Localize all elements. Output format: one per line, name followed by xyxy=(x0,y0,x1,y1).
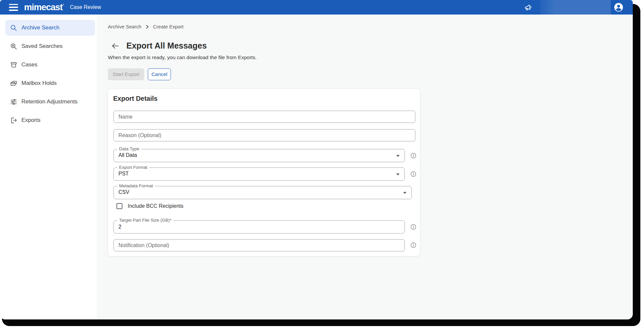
notification-input[interactable] xyxy=(113,239,405,251)
include-bcc-checkbox[interactable] xyxy=(116,203,122,209)
sidebar-item-cases[interactable]: Cases xyxy=(5,57,95,73)
main-content: Archive Search Create Export Export All … xyxy=(97,15,633,319)
data-type-select[interactable]: Data Type All Data xyxy=(113,149,405,162)
data-type-label: Data Type xyxy=(117,146,141,151)
topbar-right-group xyxy=(524,0,633,15)
reason-input[interactable] xyxy=(113,129,415,141)
sidebar-item-archive-search[interactable]: Archive Search xyxy=(5,20,95,36)
app-title: Case Review xyxy=(70,4,101,10)
metadata-format-label: Metadata Format xyxy=(117,183,155,188)
breadcrumb-create-export: Create Export xyxy=(153,24,184,29)
sidebar-item-label: Cases xyxy=(21,61,37,68)
top-bar: mimecast' Case Review xyxy=(0,0,633,15)
back-arrow-icon[interactable] xyxy=(111,42,119,50)
chevron-right-icon xyxy=(145,25,149,29)
sliders-icon xyxy=(10,98,17,106)
export-format-info-icon[interactable] xyxy=(410,171,416,177)
section-title: Export Details xyxy=(113,95,157,102)
export-details-card: Export Details Data Type All Data Export… xyxy=(108,89,420,256)
dropdown-caret-icon xyxy=(396,173,400,175)
page-subtitle: When the export is ready, you can downlo… xyxy=(108,55,257,60)
dropdown-caret-icon xyxy=(396,155,400,157)
include-bcc-label: Include BCC Recipients xyxy=(128,203,183,209)
sidebar-item-label: Retention Adjustments xyxy=(21,98,78,105)
announcements-icon[interactable] xyxy=(524,3,532,12)
sidebar: Archive Search Saved Searches Cases xyxy=(0,15,97,319)
search-icon xyxy=(10,24,17,32)
action-buttons: Start Export Cancel xyxy=(108,68,171,80)
dropdown-caret-icon xyxy=(403,192,406,194)
export-format-label: Export Format xyxy=(117,165,149,170)
target-size-input[interactable] xyxy=(114,221,404,233)
breadcrumb: Archive Search Create Export xyxy=(108,24,183,29)
data-type-info-icon[interactable] xyxy=(410,153,416,159)
search-plus-icon xyxy=(10,43,17,50)
export-format-select[interactable]: Export Format PST xyxy=(113,167,405,181)
export-format-value: PST xyxy=(118,171,129,177)
export-icon xyxy=(10,117,17,124)
mimecast-logo: mimecast' xyxy=(24,2,63,13)
target-size-info-icon[interactable] xyxy=(410,224,416,230)
cancel-button[interactable]: Cancel xyxy=(148,68,171,80)
account-icon[interactable] xyxy=(614,2,624,12)
sidebar-item-label: Mailbox Holds xyxy=(21,80,57,87)
hamburger-menu-icon[interactable] xyxy=(9,4,18,11)
archive-box-icon xyxy=(10,61,17,69)
sidebar-item-exports[interactable]: Exports xyxy=(5,112,95,128)
start-export-button[interactable]: Start Export xyxy=(108,68,144,80)
app-window: mimecast' Case Review xyxy=(0,0,633,319)
screenshot-stage: mimecast' Case Review xyxy=(0,0,644,331)
sidebar-item-label: Saved Searches xyxy=(21,43,63,50)
sidebar-item-saved-searches[interactable]: Saved Searches xyxy=(5,38,95,54)
metadata-format-value: CSV xyxy=(118,189,129,195)
sidebar-item-mailbox-holds[interactable]: Mailbox Holds xyxy=(5,75,95,91)
mailbox-icon xyxy=(10,80,17,87)
sidebar-item-label: Archive Search xyxy=(21,24,59,31)
data-type-value: All Data xyxy=(118,152,137,158)
target-part-file-size-field: Target Part File Size (GB)* xyxy=(113,220,405,234)
include-bcc-row: Include BCC Recipients xyxy=(116,203,183,209)
sidebar-item-label: Exports xyxy=(21,117,41,124)
name-input[interactable] xyxy=(113,111,415,123)
page-title: Export All Messages xyxy=(126,41,207,51)
breadcrumb-archive-search[interactable]: Archive Search xyxy=(108,24,142,29)
sidebar-item-retention-adjustments[interactable]: Retention Adjustments xyxy=(5,94,95,110)
account-label-redacted[interactable] xyxy=(540,0,611,15)
metadata-format-select[interactable]: Metadata Format CSV xyxy=(113,186,412,199)
notification-info-icon[interactable] xyxy=(410,242,416,248)
